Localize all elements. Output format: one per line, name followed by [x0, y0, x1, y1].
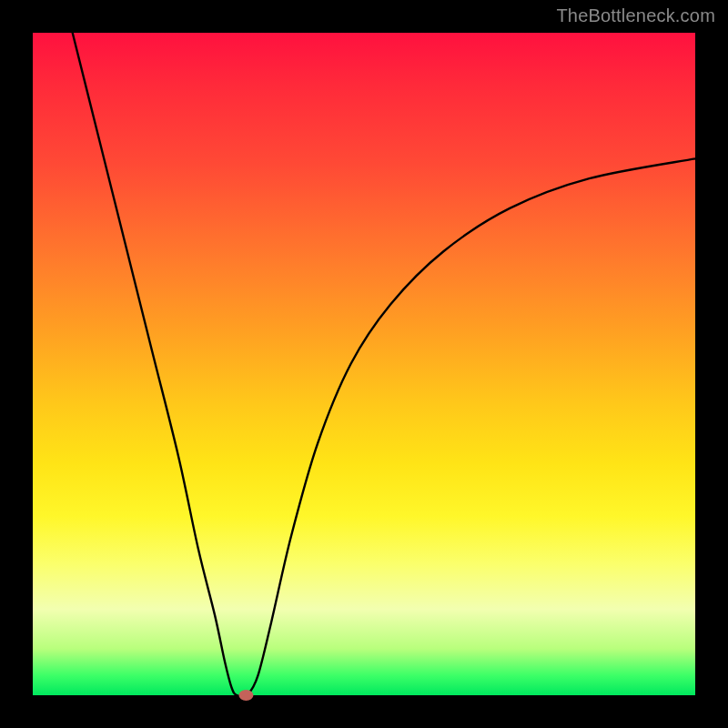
chart-stage: TheBottleneck.com: [0, 0, 728, 728]
curve-path: [73, 33, 695, 696]
bottleneck-curve: [33, 33, 695, 695]
minimum-marker: [238, 690, 253, 701]
attribution-text: TheBottleneck.com: [556, 5, 715, 26]
plot-area: [33, 33, 695, 695]
